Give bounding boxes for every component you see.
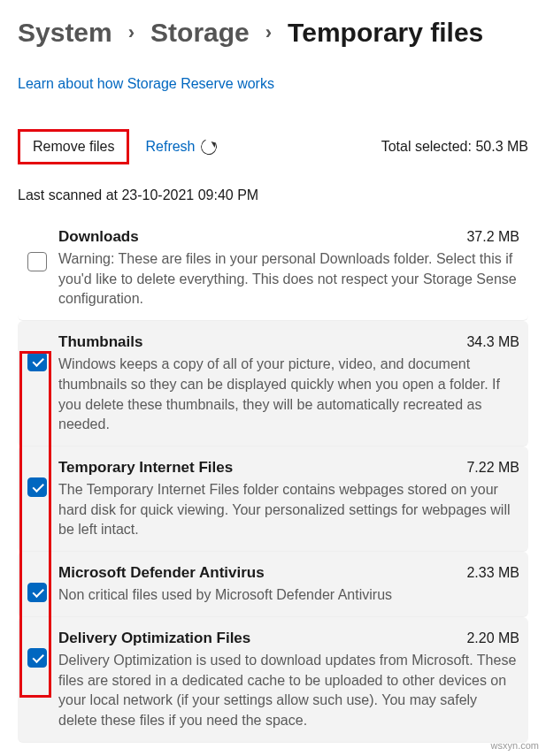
file-size: 2.33 MB: [466, 565, 519, 581]
breadcrumb-current: Temporary files: [288, 18, 483, 48]
file-head: Microsoft Defender Antivirus 2.33 MB: [58, 564, 519, 582]
file-size: 7.22 MB: [466, 460, 519, 476]
file-head: Thumbnails 34.3 MB: [58, 333, 519, 351]
file-title: Thumbnails: [58, 333, 142, 351]
file-body: Downloads 37.2 MB Warning: These are fil…: [58, 226, 519, 309]
file-body: Microsoft Defender Antivirus 2.33 MB Non…: [58, 562, 519, 606]
highlight-remove: Remove files: [18, 129, 129, 164]
file-title: Temporary Internet Files: [58, 459, 233, 477]
highlight-checkboxes: [19, 351, 51, 698]
checkbox-wrap: [27, 251, 48, 272]
file-title: Downloads: [58, 228, 139, 246]
checkbox[interactable]: [27, 252, 47, 271]
file-description: Windows keeps a copy of all of your pict…: [58, 355, 519, 435]
file-title: Microsoft Defender Antivirus: [58, 564, 265, 582]
action-row: Remove files Refresh Total selected: 50.…: [18, 129, 528, 164]
file-item[interactable]: Delivery Optimization Files 2.20 MB Deli…: [18, 617, 528, 743]
file-size: 2.20 MB: [466, 630, 519, 646]
remove-files-button[interactable]: Remove files: [20, 132, 127, 162]
breadcrumb-system[interactable]: System: [18, 18, 112, 48]
refresh-button[interactable]: Refresh: [145, 139, 216, 155]
file-head: Delivery Optimization Files 2.20 MB: [58, 630, 519, 647]
refresh-label: Refresh: [145, 139, 195, 155]
file-body: Delivery Optimization Files 2.20 MB Deli…: [58, 628, 519, 731]
chevron-right-icon: ›: [128, 21, 135, 44]
file-item[interactable]: Thumbnails 34.3 MB Windows keeps a copy …: [18, 321, 528, 447]
file-description: Delivery Optimization is used to downloa…: [58, 651, 519, 731]
last-scanned-text: Last scanned at 23-10-2021 09:40 PM: [18, 187, 528, 203]
file-description: Warning: These are files in your persona…: [58, 249, 519, 309]
watermark: wsxyn.com: [491, 740, 539, 751]
refresh-icon: [198, 136, 219, 157]
file-description: Non critical files used by Microsoft Def…: [58, 585, 519, 606]
file-description: The Temporary Internet Files folder cont…: [58, 480, 519, 540]
file-title: Delivery Optimization Files: [58, 630, 250, 647]
file-size: 37.2 MB: [466, 229, 519, 245]
file-head: Downloads 37.2 MB: [58, 228, 519, 246]
file-body: Temporary Internet Files 7.22 MB The Tem…: [58, 457, 519, 540]
file-body: Thumbnails 34.3 MB Windows keeps a copy …: [58, 332, 519, 435]
breadcrumb-storage[interactable]: Storage: [150, 18, 250, 48]
breadcrumb: System › Storage › Temporary files: [18, 18, 528, 48]
file-item[interactable]: Downloads 37.2 MB Warning: These are fil…: [18, 216, 528, 321]
chevron-right-icon: ›: [265, 21, 272, 44]
file-item[interactable]: Microsoft Defender Antivirus 2.33 MB Non…: [18, 552, 528, 617]
file-item[interactable]: Temporary Internet Files 7.22 MB The Tem…: [18, 447, 528, 552]
total-selected: Total selected: 50.3 MB: [381, 139, 528, 155]
file-list: Downloads 37.2 MB Warning: These are fil…: [18, 216, 528, 743]
learn-link[interactable]: Learn about how Storage Reserve works: [18, 76, 274, 92]
file-head: Temporary Internet Files 7.22 MB: [58, 459, 519, 477]
file-size: 34.3 MB: [466, 334, 519, 350]
